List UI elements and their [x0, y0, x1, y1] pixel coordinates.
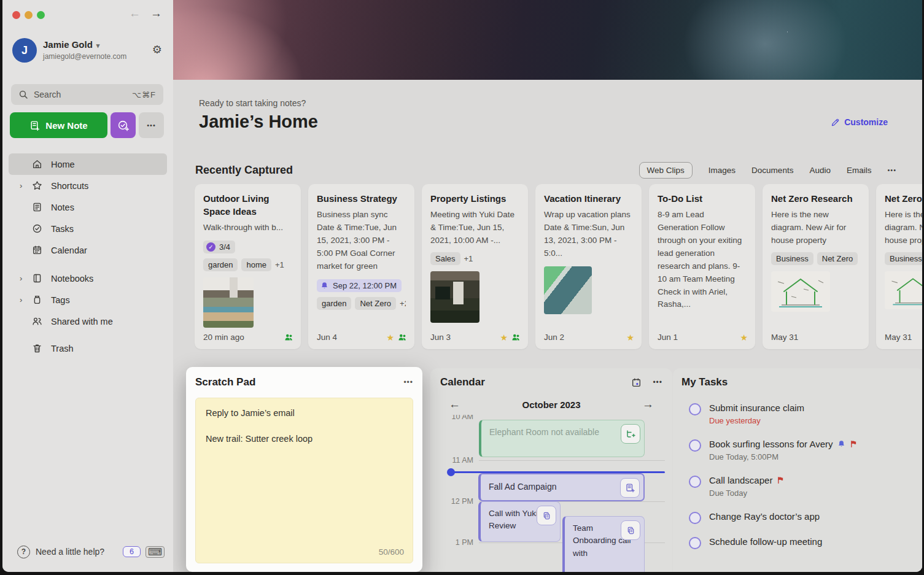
scratch-pad-more-button[interactable]: •••	[403, 378, 413, 387]
search-placeholder: Search	[34, 90, 61, 99]
sidebar-item-tags[interactable]: › Tags	[9, 289, 167, 311]
chevron-right-icon[interactable]: ›	[20, 181, 22, 190]
sidebar-item-shared-with-me[interactable]: Shared with me	[9, 311, 167, 332]
search-shortcut: ⌥⌘F	[132, 90, 156, 99]
filter-web-clips[interactable]: Web Clips	[639, 162, 693, 179]
note-card[interactable]: Vacation Itinerary Wrap up vacation plan…	[535, 184, 642, 349]
tag-chip[interactable]: home	[241, 258, 271, 271]
filter-images[interactable]: Images	[709, 166, 736, 175]
tag-chip[interactable]: Net Zero	[355, 297, 396, 310]
new-task-button[interactable]	[111, 112, 136, 138]
card-title: To-Do List	[658, 192, 747, 205]
note-card[interactable]: Net Zero Research Here is the new diagra…	[763, 184, 869, 349]
tag-chip[interactable]: Business	[771, 252, 813, 265]
avatar[interactable]: J	[12, 38, 37, 63]
calendar-event-team-onboarding[interactable]: Team Onboarding call with	[562, 516, 645, 572]
note-add-icon[interactable]	[620, 478, 640, 498]
chevron-down-icon: ▾	[96, 42, 100, 49]
filter-more-button[interactable]: •••	[887, 166, 896, 174]
tag-chip[interactable]: Net Zero	[817, 252, 858, 265]
calendar-more-button[interactable]: •••	[653, 378, 662, 387]
customize-button[interactable]: Customize	[831, 117, 888, 127]
task-label: Change Ray’s doctor’s app	[709, 511, 820, 522]
card-title: Outdoor Living Space Ideas	[203, 192, 292, 218]
question-icon: ?	[17, 546, 30, 558]
filter-documents[interactable]: Documents	[751, 166, 793, 175]
check-circle-icon	[32, 223, 42, 234]
window-controls	[12, 11, 45, 19]
back-arrow-icon[interactable]: ←	[129, 7, 141, 20]
task-row[interactable]: Schedule follow-up meeting	[689, 536, 918, 549]
starred-icon: ★	[500, 333, 508, 342]
help-button[interactable]: ? Need a little help? 6 ⌨	[17, 544, 165, 560]
task-checkbox[interactable]	[689, 537, 701, 549]
sidebar-item-tasks[interactable]: Tasks	[9, 218, 167, 239]
sidebar-item-notes[interactable]: Notes	[9, 196, 167, 218]
tag-chip[interactable]: Business	[885, 252, 922, 265]
sidebar-item-trash[interactable]: Trash	[9, 338, 167, 359]
card-date: 20 min ago	[203, 333, 244, 342]
note-card[interactable]: Property Listings Meeting with Yuki Date…	[422, 184, 528, 349]
sidebar-item-notebooks[interactable]: › Notebooks	[9, 268, 167, 289]
filter-audio[interactable]: Audio	[809, 166, 831, 175]
main-content: Ready to start taking notes? Jamie’s Hom…	[173, 0, 922, 572]
sidebar-item-home[interactable]: Home	[9, 153, 167, 175]
card-date: Jun 3	[430, 333, 451, 342]
sidebar-nav: Home › Shortcuts Notes Tasks Calendar ›	[9, 153, 167, 359]
task-checkbox[interactable]	[689, 512, 701, 524]
task-row[interactable]: Call landscaper Due Today	[689, 475, 918, 498]
task-row[interactable]: Submit insurance claim Due yesterday	[689, 403, 918, 425]
copy-icon[interactable]	[537, 506, 556, 525]
tag-row: Business	[885, 252, 922, 265]
sidebar-item-calendar[interactable]: Calendar	[9, 239, 167, 261]
minimize-window-button[interactable]	[25, 11, 33, 19]
gear-icon[interactable]: ⚙	[152, 43, 162, 56]
note-card[interactable]: Business Strategy Business plan sync Dat…	[308, 184, 414, 349]
calendar-prev-button[interactable]: ←	[440, 398, 469, 411]
account-section[interactable]: J Jamie Gold▾ jamiegold@evernote.com ⚙	[12, 37, 165, 65]
tag-chip[interactable]: Sales	[430, 252, 460, 265]
note-card-partial[interactable]: Net Zero Research Here is the new diagra…	[876, 184, 922, 349]
forward-arrow-icon[interactable]: →	[150, 7, 162, 20]
add-note-icon[interactable]	[621, 424, 640, 444]
close-window-button[interactable]	[12, 11, 20, 19]
keyboard-icon[interactable]: ⌨	[146, 546, 165, 558]
task-row[interactable]: Change Ray’s doctor’s app	[689, 511, 918, 524]
card-snippet: Walk-through with b...	[203, 222, 292, 234]
app-window: ← → J Jamie Gold▾ jamiegold@evernote.com…	[2, 0, 922, 572]
task-checkbox[interactable]	[689, 403, 701, 415]
zoom-window-button[interactable]	[37, 11, 45, 19]
search-input[interactable]: Search ⌥⌘F	[11, 84, 163, 105]
time-label-clipped: 10 AM	[434, 415, 473, 420]
calendar-next-button[interactable]: →	[634, 398, 662, 411]
scratch-line: New trail: Sutter creek loop	[206, 434, 403, 444]
task-checkbox[interactable]	[689, 476, 701, 488]
note-plus-icon	[29, 120, 40, 131]
calendar-event-elephant-room[interactable]: Elephant Room not available	[479, 420, 645, 457]
recently-captured-header: Recently Captured Web Clips Images Docum…	[195, 161, 896, 179]
calendar-dot-icon[interactable]	[631, 377, 642, 388]
user-email: jamiegold@evernote.com	[43, 52, 126, 61]
chevron-right-icon[interactable]: ›	[20, 274, 22, 283]
note-card[interactable]: To-Do List 8-9 am Lead Generation Follow…	[649, 184, 755, 349]
copy-icon[interactable]	[621, 520, 640, 540]
task-label: Call landscaper	[709, 475, 785, 485]
starred-icon: ★	[626, 333, 634, 342]
card-snippet: Meeting with Yuki Date & Time:Tue, Jun 1…	[430, 209, 519, 247]
tag-chip[interactable]: garden	[203, 258, 238, 271]
task-checkbox[interactable]	[689, 439, 701, 452]
user-name[interactable]: Jamie Gold▾	[43, 39, 99, 50]
card-thumbnail-diagram	[771, 271, 830, 312]
task-row[interactable]: Book surfing lessons for Avery Due Today…	[689, 439, 918, 461]
sidebar-item-shortcuts[interactable]: › Shortcuts	[9, 175, 167, 196]
more-actions-button[interactable]: •••	[139, 112, 164, 138]
scratch-pad-note[interactable]: Reply to Jamie’s email New trail: Sutter…	[195, 398, 413, 563]
chevron-right-icon[interactable]: ›	[20, 295, 22, 304]
calendar-event-fall-ad-campaign[interactable]: Fall Ad Campaign	[478, 473, 645, 501]
note-card[interactable]: Outdoor Living Space Ideas Walk-through …	[195, 184, 301, 349]
tag-chip[interactable]: garden	[317, 297, 351, 310]
calendar-event-call-with-yuki[interactable]: Call with Yuki: Review	[478, 501, 561, 542]
filter-emails[interactable]: Emails	[847, 166, 872, 175]
sidebar-item-label: Calendar	[51, 245, 87, 255]
new-note-button[interactable]: New Note	[10, 112, 107, 138]
